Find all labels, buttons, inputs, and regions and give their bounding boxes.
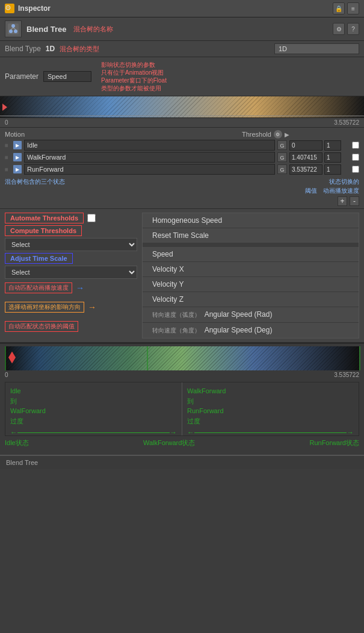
blend-type-row: Blend Type 1D 混合树的类型 1D 2D Simple Direct… — [0, 41, 364, 57]
svg-point-2 — [14, 30, 17, 33]
viz-box-walk-run: WalkForward 到 RunForward 过度 ←→ — [182, 382, 359, 435]
viz-transition-right-text: WalkForward 到 RunForward 过度 — [187, 386, 354, 426]
blend-tree-name: Blend Tree — [26, 25, 66, 34]
annotations-col: 自动匹配动画播放速度 → 选择动画对坐标的影响方向 → 自动匹配状态切换的阈值 — [5, 282, 137, 332]
left-controls: Automate Thresholds Compute Thresholds S… — [5, 213, 137, 338]
popup-item-reset[interactable]: Reset Time Scale — [143, 228, 359, 243]
popup-item-velocity-y[interactable]: Velocity Y — [143, 277, 359, 292]
blend-tree-name-row: Blend Tree 混合树的名称 ⚙ ? — [0, 17, 364, 41]
scale-min: 0 — [5, 119, 8, 126]
popup-item-homogeneous[interactable]: Homogeneous Speed — [143, 213, 359, 228]
motion-checkbox-run[interactable] — [352, 166, 359, 173]
inspector-icon: ⚙ — [5, 4, 14, 13]
gradient-marker — [2, 104, 7, 111]
parameter-label: Parameter — [5, 72, 39, 81]
viz-box-idle-walk: Idle 到 WalForward 过度 ←→ — [5, 382, 182, 435]
speed-input-idle[interactable] — [324, 140, 341, 151]
svg-point-1 — [9, 30, 13, 33]
viz-transition-boxes: Idle 到 WalForward 过度 ←→ WalkForward 到 Ru… — [5, 382, 359, 436]
viz-scale-max: 3.535722 — [334, 372, 359, 378]
threshold-input-idle[interactable] — [289, 140, 322, 151]
viz-scale: 0 3.535722 — [5, 372, 359, 378]
add-motion-btn[interactable]: + — [338, 196, 347, 206]
drag-handle-icon[interactable]: ≡ — [5, 166, 11, 173]
motion-checkbox-walk[interactable] — [352, 154, 359, 161]
gradient-bar — [0, 96, 364, 118]
bottom-bar: Blend Tree — [0, 455, 364, 469]
threshold-sort-icon: ▶ — [285, 131, 289, 138]
motion-name-input-walk[interactable] — [24, 152, 275, 163]
compute-select[interactable]: Select — [5, 238, 137, 251]
motion-name-input-run[interactable] — [24, 164, 275, 175]
popup-item-velocity-x[interactable]: Velocity X — [143, 262, 359, 277]
automate-thresholds-btn[interactable]: Automate Thresholds — [5, 213, 84, 223]
bottom-bar-label: Blend Tree — [6, 459, 38, 466]
viz-scale-min: 0 — [5, 372, 8, 378]
popup-item-speed[interactable]: Speed — [143, 247, 359, 262]
arrow-right-icon: → — [76, 283, 84, 293]
table-row: ≡ ▶ G — [5, 164, 359, 175]
lock-icon[interactable]: 🔒 — [333, 2, 345, 14]
viz-position-marker — [8, 352, 16, 366]
blend-tree-name-annotation: 混合树的名称 — [73, 25, 113, 34]
adjust-time-scale-btn[interactable]: Adjust Time Scale — [5, 253, 73, 264]
motion-file-icon: ▶ — [13, 153, 22, 161]
angular-rad-annotation: 转向速度（弧度） — [152, 311, 200, 318]
automate-checkbox[interactable] — [87, 214, 96, 222]
inspector-title: Inspector — [18, 4, 51, 13]
parameter-input[interactable] — [43, 71, 91, 82]
drag-handle-icon[interactable]: ≡ — [5, 154, 11, 161]
motion-section: Motion Threshold ⚙ ▶ ≡ ▶ G ≡ ▶ G ≡ ▶ — [0, 128, 364, 209]
speed-annotation: 动画播放速度 — [323, 187, 359, 194]
state-run-label: RunForward状态 — [309, 438, 359, 447]
motion-file-icon: ▶ — [13, 165, 22, 173]
svg-point-3 — [11, 24, 15, 28]
parameter-section: Parameter 影响状态切换的参数 只有位于Animation视图 Para… — [0, 57, 364, 96]
select-direction-annotation: 选择动画对坐标的影响方向 — [5, 302, 84, 313]
motion-header-label: Motion — [5, 131, 242, 138]
settings-icon[interactable]: ⚙ — [333, 23, 345, 35]
blend-type-dropdown[interactable]: 1D 2D Simple Directional 2D Freeform Dir… — [274, 43, 359, 54]
motion-states-annotation: 混合树包含的三个状态 — [5, 178, 65, 185]
table-row: ≡ ▶ G — [5, 152, 359, 163]
menu-icon[interactable]: ≡ — [347, 2, 359, 14]
popup-item-angular-rad[interactable]: 转向速度（弧度） Angular Speed (Rad) — [143, 307, 359, 323]
scale-max: 3.535722 — [334, 119, 359, 126]
threshold-gear-icon[interactable]: ⚙ — [274, 130, 282, 139]
blend-tree-icon — [5, 20, 22, 37]
viz-section: 0 3.535722 Idle 到 WalForward 过度 ←→ WalkF… — [0, 344, 364, 455]
viz-transition-left-text: Idle 到 WalForward 过度 — [10, 386, 177, 426]
motion-checkbox-idle[interactable] — [352, 142, 359, 149]
auto-match-threshold-annotation: 自动匹配状态切换的阈值 — [5, 321, 78, 332]
drag-handle-icon[interactable]: ≡ — [5, 142, 11, 149]
compute-thresholds-btn[interactable]: Compute Thresholds — [5, 225, 82, 236]
state-idle-label: Idle状态 — [5, 438, 29, 447]
motion-name-input-idle[interactable] — [24, 140, 275, 151]
motion-g-btn-run[interactable]: G — [277, 164, 287, 174]
state-walk-label: WalkForward状态 — [143, 438, 195, 447]
threshold-input-run[interactable] — [289, 164, 322, 175]
svg-marker-6 — [8, 352, 16, 364]
parameter-annotation: 影响状态切换的参数 只有位于Animation视图 Parameter窗口下的F… — [101, 61, 167, 92]
dropdown-popup: Homogeneous Speed Reset Time Scale Speed… — [142, 213, 359, 338]
help-icon[interactable]: ? — [347, 23, 359, 35]
viz-arrow-left: ←→ — [10, 428, 177, 437]
speed-input-walk[interactable] — [324, 152, 341, 163]
popup-item-velocity-z[interactable]: Velocity Z — [143, 292, 359, 307]
arrow-right-orange-icon: → — [88, 302, 96, 312]
remove-motion-btn[interactable]: - — [350, 196, 359, 206]
viz-arrow-right: ←→ — [187, 428, 354, 437]
controls-area: Automate Thresholds Compute Thresholds S… — [0, 209, 364, 343]
angular-deg-annotation: 转向速度（角度） — [152, 327, 200, 334]
auto-match-annotation: 自动匹配动画播放速度 — [5, 282, 72, 293]
blend-type-annotation: 混合树的类型 — [60, 45, 99, 54]
viz-gradient-bar — [5, 346, 359, 370]
motion-g-btn-walk[interactable]: G — [277, 152, 287, 162]
popup-item-angular-deg[interactable]: 转向速度（角度） Angular Speed (Deg) — [143, 323, 359, 338]
motion-file-icon: ▶ — [13, 141, 22, 149]
scale-labels: 0 3.535722 — [0, 118, 364, 128]
threshold-input-walk[interactable] — [289, 152, 322, 163]
adjust-select[interactable]: Select — [5, 266, 137, 279]
motion-g-btn-idle[interactable]: G — [277, 140, 287, 150]
speed-input-run[interactable] — [324, 164, 341, 175]
